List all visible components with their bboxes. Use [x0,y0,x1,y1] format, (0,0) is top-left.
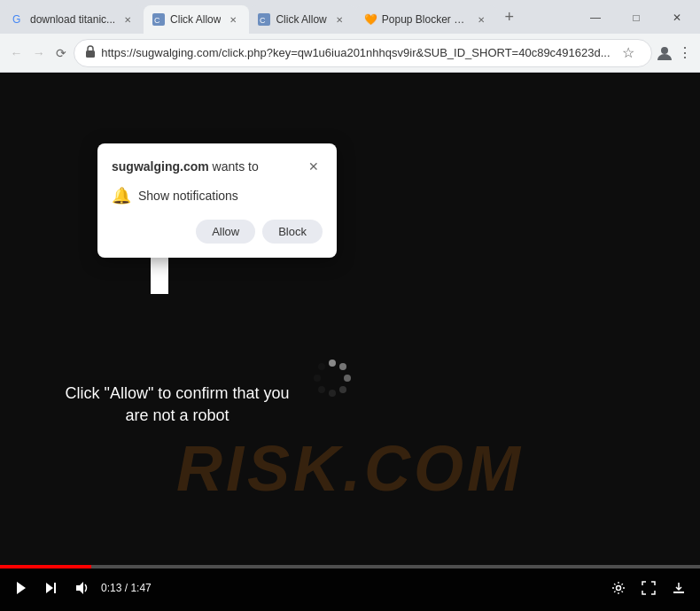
svg-point-8 [329,360,336,367]
notification-popup: sugwalging.com wants to ✕ 🔔 Show notific… [97,143,337,258]
tab-4[interactable]: 🧡 Popup Blocker G... ✕ [355,5,497,34]
forward-button[interactable]: → [29,39,48,67]
minimize-button[interactable]: — [576,5,615,30]
lock-icon [85,45,96,60]
tab-bar: G download titanic... ✕ C Click Allow ✕ … [0,0,700,34]
progress-bar-fill [0,565,91,568]
svg-rect-4 [86,50,95,58]
new-tab-button[interactable]: + [497,4,522,29]
svg-point-5 [661,47,668,54]
block-button[interactable]: Block [262,220,323,244]
popup-site-name: sugwalging.com [112,159,209,174]
tab-2-close[interactable]: ✕ [226,12,240,27]
menu-button[interactable]: ⋮ [677,41,693,66]
svg-point-13 [318,386,325,393]
time-display: 0:13 / 1:47 [101,582,152,594]
svg-text:C: C [260,16,266,25]
tab-1-favicon: G [12,13,25,26]
popup-buttons: Allow Block [112,220,323,244]
bell-icon: 🔔 [112,186,131,205]
settings-icon[interactable] [608,577,629,599]
svg-point-14 [314,375,321,382]
allow-button[interactable]: Allow [196,220,255,244]
toolbar: ← → ⟳ https://sugwalging.com/click.php?k… [0,34,700,73]
close-button[interactable]: ✕ [657,5,696,30]
tab-3[interactable]: C Click Allow ✕ [249,5,354,34]
svg-point-11 [339,386,346,393]
tab-1-label: download titanic... [30,13,115,26]
tab-3-label: Click Allow [276,13,326,26]
loading-spinner [310,356,354,404]
play-button[interactable] [11,577,32,599]
reload-button[interactable]: ⟳ [51,39,70,67]
tab-1-close[interactable]: ✕ [121,12,135,27]
url-text: https://sugwalging.com/click.php?key=qw1… [101,46,610,59]
svg-marker-19 [76,582,83,594]
tab-4-label: Popup Blocker G... [382,13,469,26]
bookmark-icon[interactable]: ☆ [616,41,641,66]
tab-3-favicon: C [258,13,270,26]
popup-notification-row: 🔔 Show notifications [112,186,323,205]
window-controls: — □ ✕ [576,5,696,34]
progress-bar-container[interactable] [0,565,700,568]
tab-2-label: Click Allow [170,13,221,26]
svg-text:C: C [154,16,160,25]
popup-header: sugwalging.com wants to ✕ [112,158,323,175]
svg-point-20 [617,586,621,591]
popup-wants-to: wants to [213,159,259,174]
fullscreen-icon[interactable] [638,577,659,599]
svg-point-9 [339,363,346,370]
browser-window: G download titanic... ✕ C Click Allow ✕ … [0,0,700,611]
profile-button[interactable] [656,41,673,66]
address-bar[interactable]: https://sugwalging.com/click.php?key=qw1… [74,39,651,67]
popup-close-button[interactable]: ✕ [305,158,323,175]
notification-label: Show notifications [138,189,238,203]
time-current: 0:13 [101,582,121,594]
popup-title: sugwalging.com wants to [112,159,259,174]
cta-text: Click "Allow" to confirm that you are no… [53,383,301,427]
tab-2-favicon: C [152,13,165,26]
download-icon[interactable] [668,577,689,599]
tab-2[interactable]: C Click Allow ✕ [144,5,249,34]
svg-marker-16 [17,582,26,594]
svg-point-10 [344,375,351,382]
video-controls: 0:13 / 1:47 [0,565,700,611]
svg-marker-17 [46,583,53,593]
tab-1[interactable]: G download titanic... ✕ [4,5,144,34]
back-button[interactable]: ← [7,39,26,67]
tab-4-close[interactable]: ✕ [474,12,488,27]
tab-3-close[interactable]: ✕ [332,12,346,27]
volume-button[interactable] [71,577,92,599]
tab-4-favicon: 🧡 [364,13,377,26]
svg-point-15 [318,363,325,370]
svg-rect-18 [54,583,56,593]
next-button[interactable] [41,577,62,599]
time-total: 1:47 [130,582,151,594]
content-area: RISK.COM Click "Allow" to confirm that y… [0,73,700,611]
maximize-button[interactable]: □ [617,5,656,30]
svg-point-12 [329,390,336,397]
